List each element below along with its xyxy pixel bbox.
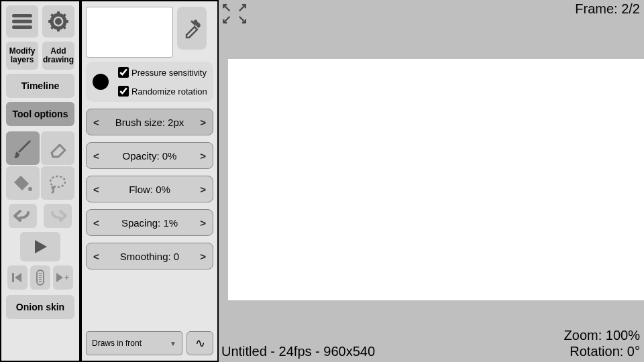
spacing-inc[interactable]: >: [200, 217, 206, 229]
svg-text:+: +: [64, 273, 69, 282]
flow-value: Flow: 0%: [129, 184, 170, 195]
brush-preview: [86, 7, 173, 58]
flow-inc[interactable]: >: [200, 184, 206, 195]
draws-mode-value: Draws in front: [92, 339, 142, 348]
smoothing-value: Smoothing: 0: [120, 251, 179, 262]
smoothing-spinner[interactable]: < Smoothing: 0 >: [86, 243, 213, 269]
onion-skin-button[interactable]: Onion skin: [6, 295, 74, 319]
fill-tool[interactable]: [6, 166, 40, 200]
drawing-canvas[interactable]: [228, 59, 644, 300]
svg-rect-0: [12, 14, 32, 17]
dropdown-icon: ▼: [170, 340, 176, 347]
randomize-label: Randomize rotation: [131, 86, 207, 97]
svg-rect-1: [12, 20, 32, 23]
spacing-value: Spacing: 1%: [121, 217, 178, 229]
tool-options-panel: Pressure sensitivity Randomize rotation …: [80, 0, 219, 362]
gear-icon: [48, 11, 69, 32]
next-frame-button[interactable]: +: [53, 265, 73, 290]
modify-layers-button[interactable]: Modify layers: [6, 42, 38, 70]
redo-button[interactable]: [44, 204, 72, 228]
eraser-icon: [46, 137, 69, 160]
expand-icon-bottom: ↙ ↘: [221, 13, 249, 25]
opacity-inc[interactable]: >: [200, 150, 206, 162]
brush-size-spinner[interactable]: < Brush size: 2px >: [86, 109, 213, 135]
onion-skin-label: Onion skin: [16, 302, 64, 312]
randomize-checkbox[interactable]: [118, 86, 129, 97]
next-frame-icon: +: [55, 271, 71, 284]
randomize-check[interactable]: Randomize rotation: [118, 86, 207, 97]
brush-tool[interactable]: [6, 131, 40, 165]
zoom-indicator: Zoom: 100%: [564, 328, 640, 343]
opacity-value: Opacity: 0%: [123, 150, 177, 162]
svg-rect-16: [12, 273, 14, 282]
spacing-spinner[interactable]: < Spacing: 1% >: [86, 209, 213, 236]
pressure-label: Pressure sensitivity: [131, 68, 207, 78]
wave-icon: ∿: [195, 336, 205, 351]
eyedropper-button[interactable]: [177, 7, 207, 50]
spacing-dec[interactable]: <: [93, 217, 99, 229]
timeline-button[interactable]: Timeline: [6, 74, 74, 98]
wave-button[interactable]: ∿: [186, 331, 213, 355]
tool-grid: [6, 131, 74, 200]
tool-options-label: Tool options: [13, 109, 68, 119]
rotation-indicator: Rotation: 0°: [570, 344, 640, 359]
color-swatch[interactable]: [93, 74, 109, 90]
brush-size-inc[interactable]: >: [200, 117, 206, 128]
undo-icon: [13, 208, 32, 223]
play-button[interactable]: [20, 232, 60, 261]
color-checks-row: Pressure sensitivity Randomize rotation: [86, 62, 213, 102]
settings-button[interactable]: [42, 5, 74, 38]
add-drawing-label-2: drawing: [43, 56, 74, 64]
svg-point-14: [50, 176, 65, 187]
canvas-area: ↖ ↗ ↙ ↘ Frame: 2/2 Zoom: 100% Rotation: …: [219, 0, 644, 362]
draws-mode-select[interactable]: Draws in front ▼: [86, 331, 182, 355]
timeline-label: Timeline: [21, 80, 60, 91]
pressure-check[interactable]: Pressure sensitivity: [118, 67, 207, 78]
svg-point-15: [52, 186, 55, 190]
app-root: Modify layers Add drawing Timeline Tool …: [0, 0, 644, 362]
flow-dec[interactable]: <: [93, 184, 99, 195]
footer-info: Untitled - 24fps - 644x362: [221, 344, 375, 359]
eraser-tool[interactable]: [41, 131, 74, 165]
brush-size-dec[interactable]: <: [93, 117, 99, 128]
expand-icon-top: ↖ ↗: [221, 1, 249, 13]
prev-frame-icon: [11, 271, 24, 284]
frame-scrub-button[interactable]: [30, 265, 50, 290]
prev-frame-button[interactable]: [7, 265, 28, 290]
svg-point-13: [28, 187, 32, 191]
eyedropper-icon: [182, 15, 201, 42]
frame-indicator: Frame: 2/2: [575, 1, 640, 17]
opacity-spinner[interactable]: < Opacity: 0% >: [86, 142, 213, 169]
menu-button[interactable]: [6, 5, 38, 38]
fullscreen-toggle[interactable]: ↖ ↗ ↙ ↘: [221, 1, 249, 25]
brush-icon: [11, 137, 34, 160]
tool-options-button[interactable]: Tool options: [6, 102, 74, 126]
left-panel: Modify layers Add drawing Timeline Tool …: [0, 0, 80, 362]
flow-spinner[interactable]: < Flow: 0% >: [86, 176, 213, 202]
play-icon: [31, 237, 50, 256]
svg-rect-2: [12, 25, 32, 29]
scrub-icon: [35, 269, 46, 286]
lasso-icon: [46, 172, 69, 194]
svg-point-3: [55, 18, 62, 25]
undo-button[interactable]: [9, 204, 37, 228]
modify-layers-label-2: layers: [11, 56, 34, 64]
redo-icon: [48, 208, 67, 223]
add-drawing-button[interactable]: Add drawing: [42, 42, 74, 70]
brush-size-value: Brush size: 2px: [115, 117, 184, 128]
opacity-dec[interactable]: <: [93, 150, 99, 162]
smoothing-inc[interactable]: >: [200, 251, 206, 262]
smoothing-dec[interactable]: <: [93, 251, 99, 262]
hamburger-icon: [12, 13, 32, 29]
lasso-tool[interactable]: [41, 166, 74, 200]
paint-bucket-icon: [11, 172, 34, 194]
pressure-checkbox[interactable]: [118, 67, 129, 78]
